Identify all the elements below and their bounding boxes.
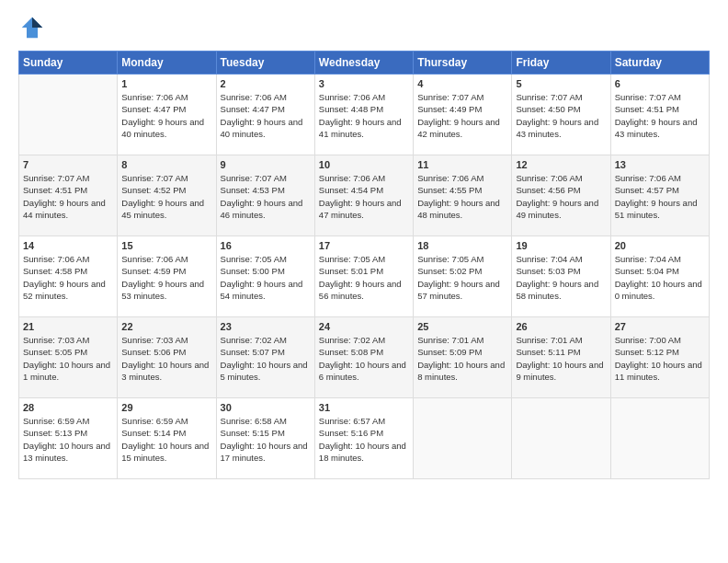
day-info: Sunrise: 7:07 AM Sunset: 4:51 PM Dayligh… xyxy=(23,172,113,221)
day-info: Sunrise: 7:03 AM Sunset: 5:06 PM Dayligh… xyxy=(121,334,211,383)
day-info: Sunrise: 7:06 AM Sunset: 4:47 PM Dayligh… xyxy=(121,91,211,140)
day-number: 13 xyxy=(615,159,705,170)
calendar-cell: 28Sunrise: 6:59 AM Sunset: 5:13 PM Dayli… xyxy=(19,398,118,479)
calendar-cell: 27Sunrise: 7:00 AM Sunset: 5:12 PM Dayli… xyxy=(610,317,709,398)
day-info: Sunrise: 7:07 AM Sunset: 4:53 PM Dayligh… xyxy=(221,172,311,221)
calendar-cell xyxy=(610,398,709,479)
calendar-cell: 10Sunrise: 7:06 AM Sunset: 4:54 PM Dayli… xyxy=(314,155,413,236)
calendar-cell: 6Sunrise: 7:07 AM Sunset: 4:51 PM Daylig… xyxy=(610,75,709,155)
day-number: 14 xyxy=(23,240,113,251)
calendar-cell: 18Sunrise: 7:05 AM Sunset: 5:02 PM Dayli… xyxy=(414,236,512,317)
calendar-week-row: 21Sunrise: 7:03 AM Sunset: 5:05 PM Dayli… xyxy=(19,317,710,398)
day-number: 29 xyxy=(121,402,211,413)
day-number: 2 xyxy=(221,78,311,89)
calendar-cell: 13Sunrise: 7:06 AM Sunset: 4:57 PM Dayli… xyxy=(610,155,709,236)
day-number: 20 xyxy=(615,240,705,251)
calendar-cell: 23Sunrise: 7:02 AM Sunset: 5:07 PM Dayli… xyxy=(216,317,314,398)
calendar-cell: 2Sunrise: 7:06 AM Sunset: 4:47 PM Daylig… xyxy=(216,75,314,155)
day-info: Sunrise: 7:06 AM Sunset: 4:47 PM Dayligh… xyxy=(221,91,311,140)
day-info: Sunrise: 7:07 AM Sunset: 4:52 PM Dayligh… xyxy=(121,172,211,221)
calendar-day-header: Thursday xyxy=(414,52,512,75)
day-number: 23 xyxy=(221,321,311,332)
calendar-day-header: Saturday xyxy=(610,52,709,75)
day-info: Sunrise: 7:01 AM Sunset: 5:09 PM Dayligh… xyxy=(417,334,507,383)
day-number: 30 xyxy=(221,402,311,413)
calendar-cell: 3Sunrise: 7:06 AM Sunset: 4:48 PM Daylig… xyxy=(314,75,413,155)
day-number: 7 xyxy=(23,159,113,170)
day-info: Sunrise: 7:06 AM Sunset: 4:57 PM Dayligh… xyxy=(615,172,705,221)
day-info: Sunrise: 7:00 AM Sunset: 5:12 PM Dayligh… xyxy=(615,334,705,383)
day-info: Sunrise: 7:06 AM Sunset: 4:59 PM Dayligh… xyxy=(121,253,211,302)
day-number: 12 xyxy=(516,159,606,170)
calendar-cell: 14Sunrise: 7:06 AM Sunset: 4:58 PM Dayli… xyxy=(19,236,118,317)
day-info: Sunrise: 7:07 AM Sunset: 4:50 PM Dayligh… xyxy=(516,91,606,140)
day-info: Sunrise: 6:59 AM Sunset: 5:14 PM Dayligh… xyxy=(121,415,211,464)
day-number: 8 xyxy=(121,159,211,170)
day-info: Sunrise: 7:06 AM Sunset: 4:55 PM Dayligh… xyxy=(417,172,507,221)
day-number: 1 xyxy=(121,78,211,89)
calendar-cell: 25Sunrise: 7:01 AM Sunset: 5:09 PM Dayli… xyxy=(414,317,512,398)
calendar-cell xyxy=(19,75,118,155)
calendar-cell: 24Sunrise: 7:02 AM Sunset: 5:08 PM Dayli… xyxy=(314,317,413,398)
calendar-cell: 22Sunrise: 7:03 AM Sunset: 5:06 PM Dayli… xyxy=(118,317,216,398)
day-info: Sunrise: 7:06 AM Sunset: 4:54 PM Dayligh… xyxy=(319,172,409,221)
day-info: Sunrise: 7:05 AM Sunset: 5:02 PM Dayligh… xyxy=(417,253,507,302)
calendar-cell: 15Sunrise: 7:06 AM Sunset: 4:59 PM Dayli… xyxy=(118,236,216,317)
calendar-table: SundayMondayTuesdayWednesdayThursdayFrid… xyxy=(18,51,710,479)
day-number: 17 xyxy=(319,240,409,251)
day-number: 4 xyxy=(417,78,507,89)
calendar-cell: 4Sunrise: 7:07 AM Sunset: 4:49 PM Daylig… xyxy=(414,75,512,155)
calendar-week-row: 14Sunrise: 7:06 AM Sunset: 4:58 PM Dayli… xyxy=(19,236,710,317)
calendar-day-header: Friday xyxy=(512,52,610,75)
calendar-week-row: 28Sunrise: 6:59 AM Sunset: 5:13 PM Dayli… xyxy=(19,398,710,479)
calendar-cell xyxy=(414,398,512,479)
calendar-cell: 1Sunrise: 7:06 AM Sunset: 4:47 PM Daylig… xyxy=(118,75,216,155)
logo-icon xyxy=(18,14,46,41)
day-info: Sunrise: 7:06 AM Sunset: 4:56 PM Dayligh… xyxy=(516,172,606,221)
day-number: 6 xyxy=(615,78,705,89)
calendar-cell: 30Sunrise: 6:58 AM Sunset: 5:15 PM Dayli… xyxy=(216,398,314,479)
page: SundayMondayTuesdayWednesdayThursdayFrid… xyxy=(0,0,728,563)
day-number: 5 xyxy=(516,78,606,89)
calendar-cell: 16Sunrise: 7:05 AM Sunset: 5:00 PM Dayli… xyxy=(216,236,314,317)
day-info: Sunrise: 7:06 AM Sunset: 4:48 PM Dayligh… xyxy=(319,91,409,140)
calendar-day-header: Wednesday xyxy=(314,52,413,75)
calendar-cell: 8Sunrise: 7:07 AM Sunset: 4:52 PM Daylig… xyxy=(118,155,216,236)
calendar-week-row: 7Sunrise: 7:07 AM Sunset: 4:51 PM Daylig… xyxy=(19,155,710,236)
day-number: 9 xyxy=(221,159,311,170)
day-info: Sunrise: 7:06 AM Sunset: 4:58 PM Dayligh… xyxy=(23,253,113,302)
day-info: Sunrise: 6:57 AM Sunset: 5:16 PM Dayligh… xyxy=(319,415,409,464)
calendar-cell: 31Sunrise: 6:57 AM Sunset: 5:16 PM Dayli… xyxy=(314,398,413,479)
calendar-cell: 26Sunrise: 7:01 AM Sunset: 5:11 PM Dayli… xyxy=(512,317,610,398)
calendar-day-header: Monday xyxy=(118,52,216,75)
day-info: Sunrise: 7:01 AM Sunset: 5:11 PM Dayligh… xyxy=(516,334,606,383)
day-number: 27 xyxy=(615,321,705,332)
calendar-cell: 20Sunrise: 7:04 AM Sunset: 5:04 PM Dayli… xyxy=(610,236,709,317)
day-number: 15 xyxy=(121,240,211,251)
calendar-cell: 12Sunrise: 7:06 AM Sunset: 4:56 PM Dayli… xyxy=(512,155,610,236)
day-number: 22 xyxy=(121,321,211,332)
day-info: Sunrise: 7:05 AM Sunset: 5:00 PM Dayligh… xyxy=(221,253,311,302)
calendar-cell: 5Sunrise: 7:07 AM Sunset: 4:50 PM Daylig… xyxy=(512,75,610,155)
calendar-week-row: 1Sunrise: 7:06 AM Sunset: 4:47 PM Daylig… xyxy=(19,75,710,155)
day-number: 25 xyxy=(417,321,507,332)
day-number: 18 xyxy=(417,240,507,251)
day-number: 21 xyxy=(23,321,113,332)
calendar-cell: 19Sunrise: 7:04 AM Sunset: 5:03 PM Dayli… xyxy=(512,236,610,317)
day-info: Sunrise: 7:02 AM Sunset: 5:08 PM Dayligh… xyxy=(319,334,409,383)
calendar-cell: 7Sunrise: 7:07 AM Sunset: 4:51 PM Daylig… xyxy=(19,155,118,236)
day-info: Sunrise: 6:59 AM Sunset: 5:13 PM Dayligh… xyxy=(23,415,113,464)
logo xyxy=(18,14,51,41)
calendar-cell: 21Sunrise: 7:03 AM Sunset: 5:05 PM Dayli… xyxy=(19,317,118,398)
calendar-cell: 29Sunrise: 6:59 AM Sunset: 5:14 PM Dayli… xyxy=(118,398,216,479)
day-number: 31 xyxy=(319,402,409,413)
day-number: 11 xyxy=(417,159,507,170)
day-info: Sunrise: 7:02 AM Sunset: 5:07 PM Dayligh… xyxy=(221,334,311,383)
day-number: 26 xyxy=(516,321,606,332)
day-number: 24 xyxy=(319,321,409,332)
calendar-cell xyxy=(512,398,610,479)
day-number: 10 xyxy=(319,159,409,170)
calendar-cell: 17Sunrise: 7:05 AM Sunset: 5:01 PM Dayli… xyxy=(314,236,413,317)
header xyxy=(18,14,710,41)
day-info: Sunrise: 7:07 AM Sunset: 4:51 PM Dayligh… xyxy=(615,91,705,140)
